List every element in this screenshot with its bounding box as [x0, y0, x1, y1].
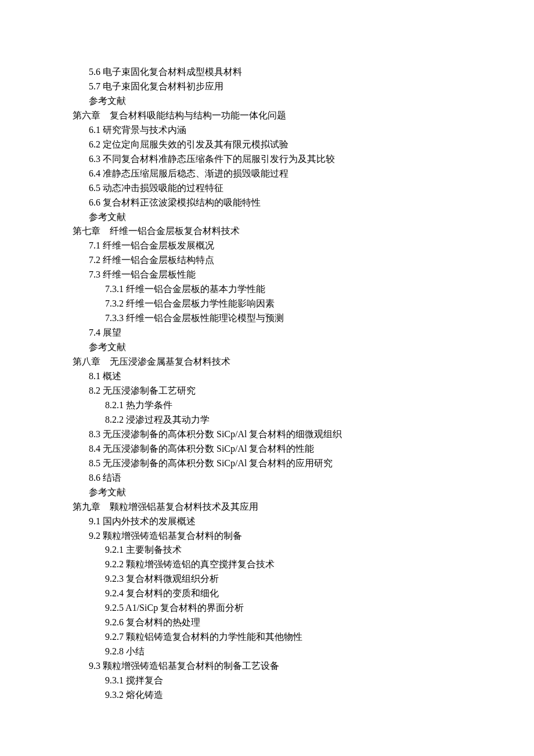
toc-line: 9.2.1 主要制备技术	[105, 543, 464, 557]
toc-line: 参考文献	[89, 485, 464, 500]
toc-line: 7.4 展望	[89, 326, 464, 340]
toc-line: 9.2 颗粒增强铸造铝基复合材料的制备	[89, 529, 464, 543]
toc-line: 6.2 定位定向屈服失效的引发及其有限元模拟试验	[89, 138, 464, 152]
toc-line: 9.3 颗粒增强铸造铝基复合材料的制备工艺设备	[89, 659, 464, 674]
toc-line: 8.1 概述	[89, 369, 464, 384]
toc-line: 9.3.1 搅拌复合	[105, 674, 464, 688]
toc-line: 7.1 纤维一铝合金层板发展概况	[89, 239, 464, 253]
toc-line: 9.2.4 复合材料的变质和细化	[105, 586, 464, 601]
toc-line: 7.3.1 纤维一铝合金层板的基本力学性能	[105, 282, 464, 297]
toc-line: 6.4 准静态压缩屈服后稳态、渐进的损毁吸能过程	[89, 167, 464, 181]
toc-page: 5.6 电子束固化复合材料成型模具材料5.7 电子束固化复合材料初步应用参考文献…	[0, 0, 534, 756]
toc-line: 6.1 研究背景与技术内涵	[89, 123, 464, 138]
toc-line: 7.2 纤维一铝合金层板结构特点	[89, 253, 464, 268]
toc-line: 8.2.2 浸渗过程及其动力学	[105, 413, 464, 427]
toc-line: 8.2 无压浸渗制备工艺研究	[89, 384, 464, 398]
toc-line: 7.3 纤维一铝合金层板性能	[89, 268, 464, 282]
toc-line: 9.1 国内外技术的发展概述	[89, 514, 464, 529]
toc-line: 9.2.7 颗粒铝铸造复合材料的力学性能和其他物性	[105, 630, 464, 645]
toc-line: 9.2.3 复合材料微观组织分析	[105, 572, 464, 586]
toc-line: 6.5 动态冲击损毁吸能的过程特征	[89, 181, 464, 196]
toc-line: 8.6 结语	[89, 471, 464, 485]
toc-line: 第六章 复合材料吸能结构与结构一功能一体化问题	[73, 109, 464, 123]
toc-line: 参考文献	[89, 210, 464, 225]
toc-line: 第九章 颗粒增强铝基复合材料技术及其应用	[73, 500, 464, 514]
toc-line: 9.2.2 颗粒增强铸造铝的真空搅拌复合技术	[105, 557, 464, 572]
toc-line: 8.5 无压浸渗制备的高体积分数 SiCp/Al 复合材料的应用研究	[89, 456, 464, 471]
toc-line: 参考文献	[89, 94, 464, 109]
toc-line: 8.4 无压浸渗制备的高体积分数 SiCp/Al 复合材料的性能	[89, 442, 464, 456]
toc-line: 9.2.5 A1/SiCp 复合材料的界面分析	[105, 601, 464, 615]
toc-line: 6.3 不同复合材料准静态压缩条件下的屈服引发行为及其比较	[89, 152, 464, 167]
toc-line: 9.3.2 熔化铸造	[105, 688, 464, 703]
toc-line: 5.6 电子束固化复合材料成型模具材料	[89, 65, 464, 80]
toc-line: 8.2.1 热力学条件	[105, 398, 464, 413]
toc-line: 8.3 无压浸渗制备的高体积分数 SiCp/Al 复合材料的细微观组织	[89, 427, 464, 442]
toc-line: 第七章 纤维一铝合金层板复合材料技术	[73, 224, 464, 239]
toc-line: 7.3.3 纤维一铝合金层板性能理论模型与预测	[105, 311, 464, 326]
toc-line: 参考文献	[89, 340, 464, 355]
toc-line: 5.7 电子束固化复合材料初步应用	[89, 80, 464, 94]
toc-line: 第八章 无压浸渗金属基复合材料技术	[73, 355, 464, 369]
toc-line: 7.3.2 纤维一铝合金层板力学性能影响因素	[105, 297, 464, 311]
toc-line: 6.6 复合材料正弦波梁模拟结构的吸能特性	[89, 196, 464, 210]
toc-line: 9.2.6 复合材料的热处理	[105, 615, 464, 630]
toc-list: 5.6 电子束固化复合材料成型模具材料5.7 电子束固化复合材料初步应用参考文献…	[73, 65, 464, 703]
toc-line: 9.2.8 小结	[105, 645, 464, 659]
